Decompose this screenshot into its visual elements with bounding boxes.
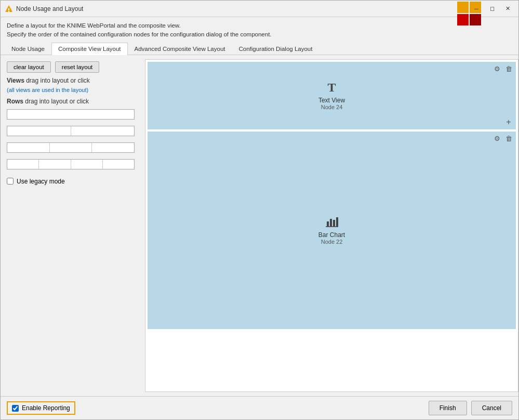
legacy-mode-label: Use legacy mode	[17, 178, 65, 185]
svg-rect-4	[330, 219, 332, 227]
enable-reporting-area: Enable Reporting	[7, 401, 75, 415]
right-panel: ⚙ 🗑 + T Text View Node 24 ⚙ 🗑	[141, 55, 518, 397]
row4-cell2	[39, 160, 71, 169]
views-title: Views	[7, 77, 24, 84]
main-window: Node Usage and Layout ─ ◻ ✕ Define a lay…	[0, 0, 519, 420]
row2-cell1	[7, 126, 71, 136]
reset-layout-button[interactable]: reset layout	[55, 61, 99, 73]
enable-reporting-checkbox[interactable]	[12, 405, 19, 412]
finish-button[interactable]: Finish	[429, 401, 467, 415]
layout-actions: clear layout reset layout	[7, 61, 135, 73]
header-description: Define a layout for the KNIME WebPortal …	[1, 17, 518, 43]
logo-cell-4	[470, 14, 481, 25]
window-title: Node Usage and Layout	[16, 5, 83, 12]
card-2-delete-button[interactable]: 🗑	[503, 134, 514, 144]
footer-buttons: Finish Cancel	[429, 401, 512, 415]
logo-cell-3	[457, 14, 469, 25]
svg-rect-2	[8, 11, 9, 12]
row1-cell1	[7, 110, 134, 119]
rows-drag-hint: drag into layout or click	[23, 98, 89, 105]
minimize-button[interactable]: ─	[470, 4, 483, 14]
card-1-settings-button[interactable]: ⚙	[492, 64, 502, 74]
window-icon	[5, 5, 13, 13]
main-content: clear layout reset layout Views drag int…	[1, 55, 518, 397]
footer: Enable Reporting Finish Cancel	[1, 396, 518, 419]
tab-bar: Node Usage Composite View Layout Advance…	[1, 43, 518, 55]
text-view-icon: T	[327, 81, 336, 95]
legacy-mode-checkbox[interactable]	[7, 178, 14, 185]
layout-inner: ⚙ 🗑 + T Text View Node 24 ⚙ 🗑	[145, 62, 518, 329]
svg-rect-5	[333, 220, 335, 227]
text-view-subtitle: Node 24	[321, 104, 343, 110]
header-line1: Define a layout for the KNIME WebPortal …	[7, 22, 181, 29]
row3-cell1	[7, 143, 50, 152]
row4-cell1	[7, 160, 39, 169]
text-view-title: Text View	[318, 97, 345, 104]
svg-rect-1	[8, 8, 9, 10]
card-1-controls: ⚙ 🗑	[492, 64, 514, 74]
card-2-controls: ⚙ 🗑	[492, 134, 514, 144]
layout-card-bar-chart[interactable]: ⚙ 🗑 Ba	[148, 132, 516, 329]
tab-configuration-dialog-layout[interactable]: Configuration Dialog Layout	[232, 43, 320, 55]
row-template-3[interactable]	[7, 142, 135, 153]
clear-layout-button[interactable]: clear layout	[7, 61, 51, 73]
row4-cell3	[71, 160, 103, 169]
logo-cell-1	[457, 2, 469, 13]
bar-chart-title: Bar Chart	[318, 231, 345, 239]
header-line2: Specify the order of the contained confi…	[7, 31, 272, 37]
card-2-settings-button[interactable]: ⚙	[492, 134, 502, 144]
row-template-4[interactable]	[7, 159, 135, 169]
tab-advanced-composite-view-layout[interactable]: Advanced Composite View Layout	[128, 43, 232, 55]
cancel-button[interactable]: Cancel	[471, 401, 512, 415]
rows-title: Rows	[7, 98, 23, 105]
legacy-mode-row: Use legacy mode	[7, 178, 135, 185]
card-1-add-button[interactable]: +	[503, 117, 514, 127]
enable-reporting-label: Enable Reporting	[22, 404, 70, 412]
row3-cell3	[92, 143, 134, 152]
views-note: (all views are used in the layout)	[7, 87, 88, 93]
title-bar: Node Usage and Layout ─ ◻ ✕	[1, 1, 518, 17]
window-controls: ─ ◻ ✕	[470, 4, 514, 14]
bar-chart-icon	[326, 215, 338, 229]
svg-rect-3	[327, 221, 329, 227]
row2-cell2	[71, 126, 135, 136]
tab-composite-view-layout[interactable]: Composite View Layout	[51, 43, 128, 55]
bar-chart-subtitle: Node 22	[321, 239, 343, 245]
card-1-delete-button[interactable]: 🗑	[503, 64, 514, 74]
svg-rect-6	[336, 217, 338, 227]
layout-area[interactable]: ⚙ 🗑 + T Text View Node 24 ⚙ 🗑	[145, 59, 518, 392]
tab-node-usage[interactable]: Node Usage	[5, 43, 51, 55]
maximize-button[interactable]: ◻	[485, 4, 499, 14]
row4-cell4	[103, 160, 134, 169]
row-template-1[interactable]	[7, 109, 135, 120]
row3-cell2	[50, 143, 92, 152]
layout-card-text-view[interactable]: ⚙ 🗑 + T Text View Node 24	[148, 62, 516, 129]
row-template-2[interactable]	[7, 126, 135, 136]
close-button[interactable]: ✕	[501, 4, 514, 14]
views-drag-hint: drag into layout or click	[24, 77, 90, 84]
rows-section: Rows drag into layout or click	[7, 98, 135, 105]
views-section: Views drag into layout or click (all vie…	[7, 77, 135, 94]
left-panel: clear layout reset layout Views drag int…	[1, 55, 141, 397]
